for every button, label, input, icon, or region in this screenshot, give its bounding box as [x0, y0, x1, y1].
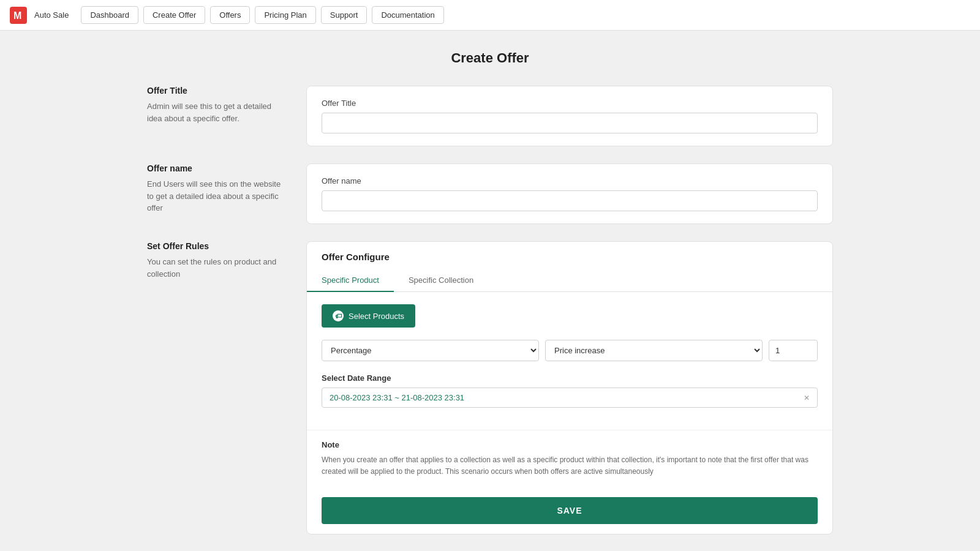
offer-rules-section: Set Offer Rules You can set the rules on… [147, 241, 833, 534]
date-range-picker[interactable]: 20-08-2023 23:31 ~ 21-08-2023 23:31 ✕ [322, 388, 818, 408]
price-value-input[interactable] [769, 340, 818, 361]
offer-title-section: Offer Title Admin will see this to get a… [147, 86, 833, 146]
offer-title-heading: Offer Title [147, 86, 282, 96]
price-type-select[interactable]: Percentage Fixed [322, 340, 539, 361]
offer-name-description: End Users will see this on the website t… [147, 178, 282, 214]
nav-support[interactable]: Support [321, 6, 368, 24]
offer-name-label: Offer name [322, 176, 818, 186]
date-range-label: Select Date Range [322, 373, 818, 383]
offer-name-section: Offer name End Users will see this on th… [147, 163, 833, 224]
offer-title-input[interactable] [322, 113, 818, 133]
offer-name-input[interactable] [322, 190, 818, 211]
select-products-label: Select Products [349, 312, 404, 321]
configure-heading: Offer Configure [307, 242, 832, 262]
date-range-section: Select Date Range 20-08-2023 23:31 ~ 21-… [322, 373, 818, 408]
save-button[interactable]: SAVE [322, 497, 818, 524]
offer-configure-card: Offer Configure Specific Product Specifi… [306, 241, 833, 534]
configure-tabs: Specific Product Specific Collection [307, 269, 832, 292]
tag-icon: 🏷 [333, 310, 344, 321]
nav-pricing-plan[interactable]: Pricing Plan [255, 6, 315, 24]
offer-rules-description: You can set the rules on product and col… [147, 256, 282, 280]
app-logo-icon: M [10, 7, 27, 24]
date-range-clear-icon[interactable]: ✕ [804, 394, 810, 402]
top-bar: M Auto Sale Dashboard Create Offer Offer… [0, 0, 980, 31]
offer-name-heading: Offer name [147, 163, 282, 173]
tab-specific-collection[interactable]: Specific Collection [394, 269, 488, 292]
offer-rules-desc: Set Offer Rules You can set the rules on… [147, 241, 282, 280]
app-title: Auto Sale [34, 10, 69, 20]
tab-specific-product[interactable]: Specific Product [307, 269, 394, 292]
nav-create-offer[interactable]: Create Offer [143, 6, 205, 24]
note-box: Note When you create an offer that appli… [307, 430, 832, 487]
nav-offers[interactable]: Offers [210, 6, 250, 24]
date-range-value: 20-08-2023 23:31 ~ 21-08-2023 23:31 [330, 393, 464, 402]
price-action-select[interactable]: Price increase Price decrease [545, 340, 763, 361]
configure-body: 🏷 Select Products Percentage Fixed Price… [307, 292, 832, 430]
offer-title-label: Offer Title [322, 99, 818, 108]
nav-dashboard[interactable]: Dashboard [81, 6, 138, 24]
svg-text:M: M [13, 10, 21, 21]
offer-title-desc: Offer Title Admin will see this to get a… [147, 86, 282, 124]
note-text: When you create an offer that applies to… [322, 454, 818, 478]
main-content: Create Offer Offer Title Admin will see … [123, 31, 858, 551]
select-products-button[interactable]: 🏷 Select Products [322, 304, 415, 328]
page-title: Create Offer [147, 50, 833, 66]
offer-name-card: Offer name [306, 163, 833, 224]
offer-name-desc: Offer name End Users will see this on th… [147, 163, 282, 214]
price-row: Percentage Fixed Price increase Price de… [322, 340, 818, 361]
offer-title-card: Offer Title [306, 86, 833, 146]
offer-rules-heading: Set Offer Rules [147, 241, 282, 251]
nav-documentation[interactable]: Documentation [372, 6, 443, 24]
note-title: Note [322, 440, 818, 449]
offer-title-description: Admin will see this to get a detailed id… [147, 100, 282, 124]
